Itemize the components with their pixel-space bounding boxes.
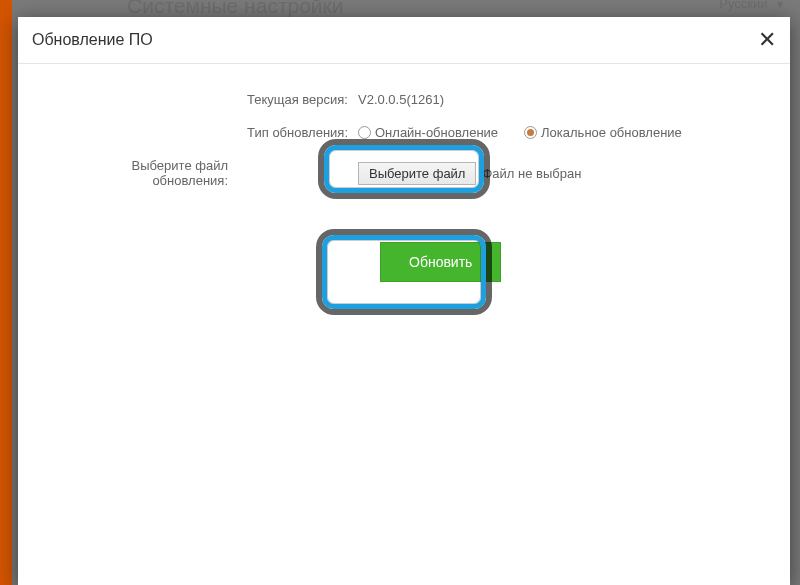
select-file-row: Выберите файл обновления: Выберите файл … bbox=[58, 158, 750, 188]
file-button-wrap: Выберите файл bbox=[358, 162, 476, 185]
close-icon[interactable]: ✕ bbox=[758, 29, 776, 51]
file-status-text: Файл не выбран bbox=[482, 166, 581, 181]
page-title: Системные настройки bbox=[127, 0, 344, 18]
backdrop-sidebar bbox=[0, 0, 12, 585]
language-label: Русский bbox=[719, 0, 767, 11]
radio-local-label: Локальное обновление bbox=[541, 125, 682, 140]
update-type-radio-group: Онлайн-обновление Локальное обновление bbox=[358, 125, 682, 140]
current-version-label: Текущая версия: bbox=[58, 92, 358, 107]
language-selector[interactable]: Русский ▼ bbox=[719, 0, 785, 11]
radio-online-update[interactable]: Онлайн-обновление bbox=[358, 125, 498, 140]
modal-header: Обновление ПО ✕ bbox=[18, 17, 790, 64]
radio-icon-checked bbox=[524, 126, 537, 139]
update-type-row: Тип обновления: Онлайн-обновление Локаль… bbox=[58, 125, 750, 140]
select-file-label: Выберите файл обновления: bbox=[58, 158, 238, 188]
current-version-value: V2.0.0.5(1261) bbox=[358, 92, 444, 107]
current-version-row: Текущая версия: V2.0.0.5(1261) bbox=[58, 92, 750, 107]
update-type-label: Тип обновления: bbox=[58, 125, 358, 140]
update-button[interactable]: Обновить bbox=[380, 242, 501, 282]
update-button-row: Обновить bbox=[58, 242, 750, 282]
choose-file-button[interactable]: Выберите файл bbox=[358, 162, 476, 185]
radio-online-label: Онлайн-обновление bbox=[375, 125, 498, 140]
radio-local-update[interactable]: Локальное обновление bbox=[524, 125, 682, 140]
chevron-down-icon: ▼ bbox=[775, 0, 785, 10]
modal-title: Обновление ПО bbox=[32, 31, 770, 49]
modal-body: Текущая версия: V2.0.0.5(1261) Тип обнов… bbox=[18, 64, 790, 310]
file-picker-group: Выберите файл Файл не выбран bbox=[358, 162, 581, 185]
radio-icon bbox=[358, 126, 371, 139]
software-update-modal: Обновление ПО ✕ Текущая версия: V2.0.0.5… bbox=[18, 17, 790, 585]
